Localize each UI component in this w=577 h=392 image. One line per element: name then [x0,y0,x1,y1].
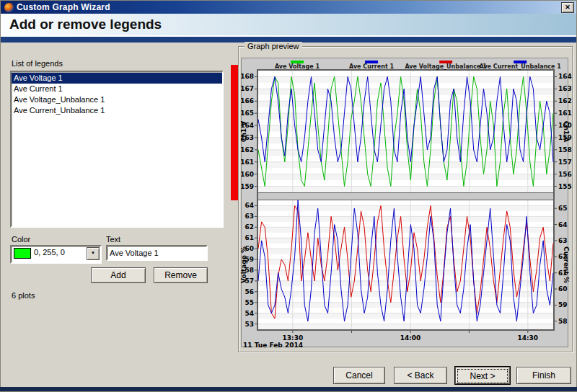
app-icon [4,3,14,12]
svg-text:58: 58 [558,318,568,325]
svg-text:65: 65 [558,205,568,212]
legend-listbox[interactable]: Ave Voltage 1Ave Current 1Ave Voltage_Un… [10,71,224,228]
back-button[interactable]: < Back [394,367,447,384]
svg-text:14:30: 14:30 [517,334,538,342]
close-icon: ✕ [565,4,571,11]
legend-list-item[interactable]: Ave Voltage_Unbalance 1 [12,94,222,105]
finish-button[interactable]: Finish [516,367,571,384]
custom-graph-wizard-window: Custom Graph Wizard ✕ Add or remove lege… [0,0,577,392]
svg-text:155: 155 [558,183,572,190]
svg-text:Ch1 V: Ch1 V [240,121,247,142]
svg-text:167: 167 [240,85,254,92]
svg-text:160: 160 [240,171,254,178]
svg-text:156: 156 [558,171,572,178]
legend-list-item[interactable]: Ave Current_Unbalance 1 [12,105,222,116]
color-dropdown-button[interactable]: ▼ [87,247,100,260]
svg-text:161: 161 [240,159,254,166]
graph-preview-group: Graph preview 16816716616516416316216116… [238,46,573,352]
svg-text:64: 64 [558,221,568,228]
svg-text:Current %: Current % [563,246,570,283]
svg-text:59: 59 [558,301,568,308]
svg-text:14:00: 14:00 [400,334,421,342]
svg-text:55: 55 [245,299,254,306]
text-label: Text [106,235,120,244]
close-button[interactable]: ✕ [561,2,574,13]
svg-text:Ave Voltage_Unbalance 1: Ave Voltage_Unbalance 1 [405,63,487,70]
color-label: Color [12,235,30,244]
svg-text:11 Tue Feb 2014: 11 Tue Feb 2014 [243,342,303,349]
svg-text:158: 158 [558,146,572,153]
graph-preview-label: Graph preview [245,42,302,50]
svg-text:157: 157 [558,159,572,166]
wizard-header: Add or remove legends [1,14,576,37]
next-button-label: Next > [470,371,495,381]
svg-text:56: 56 [245,288,254,295]
svg-text:Ch1 A: Ch1 A [563,121,570,142]
svg-text:165: 165 [240,110,254,117]
svg-text:168: 168 [240,73,254,80]
cancel-button[interactable]: Cancel [333,367,385,384]
legend-list-item[interactable]: Ave Current 1 [12,84,222,94]
window-bottom-edge [0,387,577,391]
svg-text:161: 161 [558,110,572,117]
svg-text:163: 163 [558,85,572,92]
remove-button[interactable]: Remove [154,267,208,283]
chart-svg: 1681671661651641631621611601591641631621… [242,58,568,347]
svg-text:Voltage %: Voltage % [240,246,247,283]
page-title: Add or remove legends [9,17,162,32]
color-combobox[interactable]: 0, 255, 0 ▼ [10,245,102,264]
legend-text-input[interactable] [106,245,208,261]
window-title: Custom Graph Wizard [17,2,110,12]
svg-text:159: 159 [240,183,254,190]
svg-text:61: 61 [245,234,254,241]
color-swatch [14,248,31,259]
svg-text:62: 62 [245,223,254,231]
svg-text:164: 164 [558,73,572,80]
svg-text:53: 53 [245,321,254,328]
svg-text:63: 63 [558,237,568,244]
svg-text:54: 54 [245,310,254,317]
svg-text:166: 166 [240,97,254,104]
color-value: 0, 255, 0 [34,248,65,257]
list-of-legends-label: List of legends [12,59,63,68]
svg-text:64: 64 [245,202,254,209]
add-button[interactable]: Add [91,267,146,283]
svg-text:60: 60 [558,285,568,293]
svg-text:162: 162 [240,146,254,153]
chevron-down-icon: ▼ [91,251,95,255]
svg-text:Ave Current 1: Ave Current 1 [349,63,395,70]
svg-text:Ave Voltage 1: Ave Voltage 1 [275,63,320,70]
title-bar: Custom Graph Wizard ✕ [1,1,576,14]
plots-count: 6 plots [12,291,35,300]
svg-text:63: 63 [245,213,254,220]
next-button[interactable]: Next > [455,367,510,384]
svg-text:Ave Current_Unbalance 1: Ave Current_Unbalance 1 [479,63,561,70]
selected-plot-indicator [231,65,238,200]
svg-text:13:30: 13:30 [283,334,304,342]
graph-preview-chart: 1681671661651641631621611601591641631621… [241,58,568,347]
svg-text:162: 162 [558,97,572,104]
legend-list-item[interactable]: Ave Voltage 1 [12,73,222,84]
next-button-focus: Next > [457,369,508,383]
